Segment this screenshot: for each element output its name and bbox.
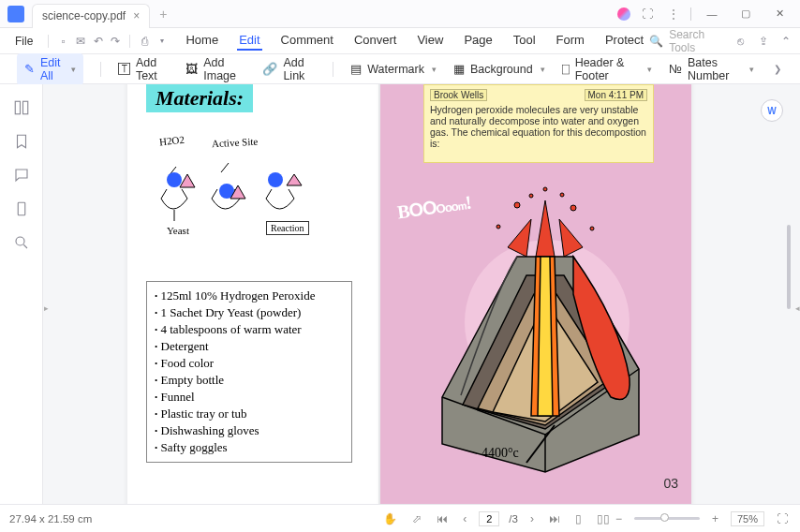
list-item: 125ml 10% Hydrogen Peroxide bbox=[155, 288, 344, 304]
expand-left-panel[interactable]: ▸ bbox=[43, 289, 49, 327]
tab-form[interactable]: Form bbox=[555, 31, 586, 51]
tab-convert[interactable]: Convert bbox=[352, 31, 399, 51]
edit-all-label: Edit All bbox=[40, 56, 64, 82]
print-chevron-icon[interactable]: ▾ bbox=[156, 34, 170, 49]
link-icon: 🔗 bbox=[262, 62, 277, 76]
header-footer-button[interactable]: ⎕ Header & Footer ▾ bbox=[562, 56, 652, 82]
list-item: 1 Sachet Dry Yeast (powder) bbox=[155, 304, 344, 321]
attachments-icon[interactable] bbox=[13, 200, 30, 217]
tab-comment[interactable]: Comment bbox=[279, 31, 335, 51]
svg-point-3 bbox=[16, 237, 24, 245]
toolbar-more-icon[interactable]: ❯ bbox=[771, 62, 783, 77]
svg-line-4 bbox=[23, 244, 27, 248]
zoom-in-button[interactable]: + bbox=[709, 510, 721, 527]
tab-close-button[interactable]: × bbox=[133, 9, 140, 22]
header-footer-icon: ⎕ bbox=[562, 62, 570, 76]
add-image-label: Add Image bbox=[203, 56, 245, 82]
zoom-out-button[interactable]: − bbox=[613, 510, 625, 527]
tab-title: science-copy.pdf bbox=[42, 9, 126, 22]
tab-protect[interactable]: Protect bbox=[603, 31, 645, 51]
window-close-button[interactable]: ✕ bbox=[766, 3, 793, 25]
note-text: Hydrogen peroxide molecules are very uns… bbox=[430, 104, 647, 149]
diagram-label-active-site: Active Site bbox=[212, 136, 259, 150]
expand-right-panel[interactable]: ◂ bbox=[794, 289, 800, 327]
list-item: Safty goggles bbox=[155, 439, 344, 456]
next-page-button[interactable]: › bbox=[527, 510, 537, 527]
two-page-view-icon[interactable]: ▯▯ bbox=[594, 510, 613, 527]
background-button[interactable]: ▦ Background ▾ bbox=[453, 62, 545, 76]
zoom-level[interactable]: 75% bbox=[731, 511, 764, 526]
bates-label: Bates Number bbox=[688, 56, 742, 82]
bates-number-button[interactable]: № Bates Number ▾ bbox=[669, 56, 754, 82]
bookmarks-icon[interactable] bbox=[13, 133, 30, 150]
search-tools[interactable]: 🔍 Search Tools bbox=[649, 28, 724, 54]
edit-all-button[interactable]: ✎ Edit All ▾ bbox=[17, 53, 83, 85]
new-tab-button[interactable]: + bbox=[159, 7, 167, 22]
svg-line-6 bbox=[221, 163, 229, 172]
list-item: 4 tablespoons of warm water bbox=[155, 321, 344, 338]
print-icon[interactable]: ⎙ bbox=[138, 34, 152, 49]
total-pages: /3 bbox=[509, 513, 518, 525]
add-text-button[interactable]: 🅃 Add Text bbox=[118, 56, 169, 82]
collapse-ribbon-icon[interactable]: ⌃ bbox=[779, 34, 793, 49]
volcano-illustration bbox=[395, 163, 676, 481]
chevron-down-icon: ▾ bbox=[749, 65, 754, 74]
select-tool-icon[interactable]: ⬀ bbox=[409, 510, 424, 527]
single-page-view-icon[interactable]: ▯ bbox=[572, 510, 585, 527]
sticky-note[interactable]: Brook Wells Mon 4:11 PM Hydrogen peroxid… bbox=[423, 84, 654, 163]
list-item: Food color bbox=[155, 355, 344, 372]
add-link-label: Add Link bbox=[283, 56, 316, 82]
header-footer-label: Header & Footer bbox=[575, 56, 640, 82]
page-number-input[interactable] bbox=[479, 511, 499, 526]
watermark-icon: ▤ bbox=[350, 62, 362, 76]
export-icon[interactable]: ⎋ bbox=[733, 34, 747, 49]
app-icon bbox=[7, 6, 24, 22]
document-page-left[interactable]: Materials: H2O2 Active Site Yeast Reacti… bbox=[127, 84, 378, 510]
file-menu[interactable]: File bbox=[7, 31, 40, 52]
word-export-button[interactable]: W bbox=[761, 99, 783, 122]
diagram-label-h2o2: H2O2 bbox=[158, 134, 185, 148]
undo-icon[interactable]: ↶ bbox=[91, 34, 105, 49]
first-page-button[interactable]: ⏮ bbox=[434, 510, 451, 527]
svg-marker-9 bbox=[180, 174, 195, 187]
user-avatar[interactable] bbox=[617, 7, 630, 21]
pencil-icon: ✎ bbox=[24, 62, 35, 76]
maximize-icon[interactable]: ⛶ bbox=[638, 6, 657, 22]
document-tab[interactable]: science-copy.pdf × bbox=[32, 4, 150, 28]
svg-rect-0 bbox=[15, 101, 20, 114]
search-icon: 🔍 bbox=[649, 35, 663, 48]
zoom-thumb[interactable] bbox=[660, 513, 669, 522]
save-icon[interactable]: ▫ bbox=[56, 34, 70, 49]
prev-page-button[interactable]: ‹ bbox=[460, 510, 469, 527]
temperature-label: 4400°c bbox=[481, 446, 519, 461]
window-restore-button[interactable]: ▢ bbox=[733, 3, 759, 25]
window-minimize-button[interactable]: — bbox=[699, 3, 725, 25]
chevron-down-icon: ▾ bbox=[71, 65, 76, 74]
kebab-menu-icon[interactable]: ⋮ bbox=[664, 6, 683, 22]
add-link-button[interactable]: 🔗 Add Link bbox=[262, 56, 316, 82]
redo-icon[interactable]: ↷ bbox=[109, 34, 123, 49]
fit-page-icon[interactable]: ⛶ bbox=[774, 510, 791, 527]
watermark-button[interactable]: ▤ Watermark ▾ bbox=[350, 62, 437, 76]
tab-tool[interactable]: Tool bbox=[511, 31, 538, 51]
share-icon[interactable]: ⇪ bbox=[757, 34, 770, 49]
chevron-down-icon: ▾ bbox=[541, 65, 545, 74]
divider bbox=[333, 62, 333, 77]
vertical-scrollbar[interactable] bbox=[787, 225, 791, 309]
zoom-slider[interactable] bbox=[634, 517, 700, 520]
search-placeholder: Search Tools bbox=[669, 28, 724, 54]
tab-page[interactable]: Page bbox=[462, 31, 494, 51]
add-text-label: Add Text bbox=[136, 56, 169, 82]
add-image-button[interactable]: 🖼 Add Image bbox=[185, 56, 245, 82]
tab-view[interactable]: View bbox=[415, 31, 445, 51]
comments-icon[interactable] bbox=[13, 167, 30, 184]
tab-edit[interactable]: Edit bbox=[237, 31, 261, 51]
search-panel-icon[interactable] bbox=[13, 234, 30, 251]
mail-icon[interactable]: ✉ bbox=[74, 34, 88, 49]
document-page-right[interactable]: Brook Wells Mon 4:11 PM Hydrogen peroxid… bbox=[380, 84, 691, 510]
tab-home[interactable]: Home bbox=[184, 31, 220, 51]
hand-tool-icon[interactable]: ✋ bbox=[380, 510, 400, 527]
list-item: Detergent bbox=[155, 338, 344, 355]
last-page-button[interactable]: ⏭ bbox=[546, 510, 563, 527]
thumbnails-icon[interactable] bbox=[13, 99, 30, 116]
